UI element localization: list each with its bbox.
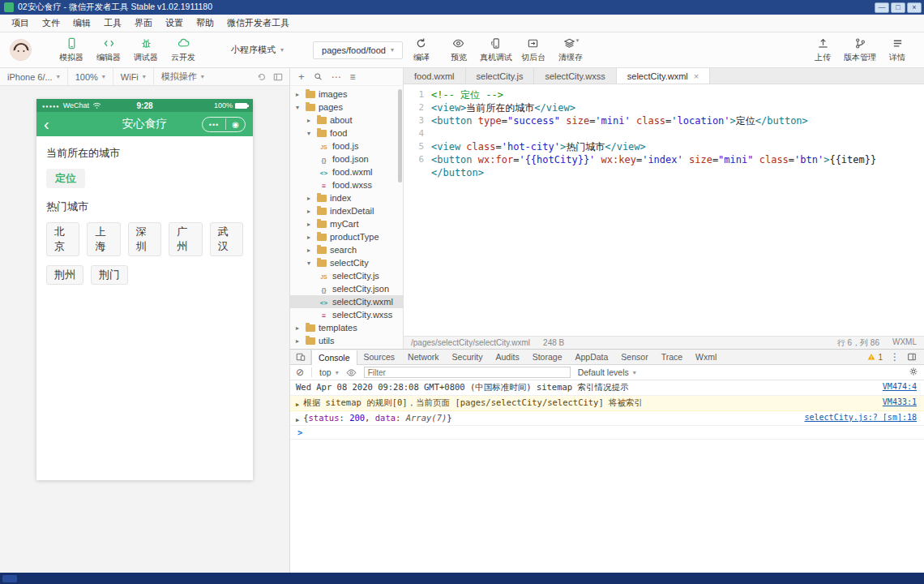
tab-food-wxml[interactable]: food.wxml [404, 68, 466, 84]
debugger-nav-button[interactable]: 调试器 [127, 37, 165, 63]
collapse-tree-icon[interactable] [350, 71, 356, 83]
menu-view[interactable]: 界面 [128, 15, 159, 32]
devtools-tab-security[interactable]: Security [446, 350, 490, 364]
start-button[interactable] [2, 575, 17, 582]
close-button[interactable] [907, 2, 922, 13]
city-button[interactable]: 荆州 [46, 265, 83, 285]
city-button[interactable]: 武汉 [210, 222, 243, 256]
source-link[interactable]: VM474:4 [883, 382, 917, 391]
device-select[interactable]: iPhone 6/... [0, 68, 68, 85]
tree-scrollbar[interactable] [398, 89, 402, 182]
tree-item[interactable]: selectCity.json [290, 282, 403, 295]
search-icon[interactable] [314, 72, 323, 81]
editor-nav-button[interactable]: 编辑器 [90, 37, 127, 63]
menu-tools[interactable]: 工具 [97, 15, 128, 32]
log-levels-select[interactable]: Default levels [578, 367, 636, 377]
devtools-tab-sources[interactable]: Sources [357, 350, 402, 364]
city-button[interactable]: 上海 [87, 222, 120, 256]
city-button[interactable]: 深圳 [128, 222, 161, 256]
city-button[interactable]: 北京 [46, 222, 79, 256]
devtools-menu-icon[interactable] [890, 351, 900, 363]
tab-selectcity-wxml[interactable]: selectCity.wxml [617, 68, 710, 84]
menu-settings[interactable]: 设置 [159, 15, 190, 32]
clear-cache-button[interactable]: 清缓存 [552, 37, 589, 63]
source-link[interactable]: selectCity.js:? [sm]:18 [805, 413, 917, 422]
maximize-button[interactable] [891, 2, 905, 13]
tree-item[interactable]: templates [290, 321, 403, 334]
menu-edit[interactable]: 编辑 [66, 15, 97, 32]
simulate-operations-select[interactable]: 模拟操作 [154, 68, 212, 85]
switch-background-button[interactable]: 切后台 [515, 37, 552, 63]
remote-debug-button[interactable]: 真机调试 [477, 37, 515, 63]
code-editor[interactable]: 1 2 3 4 5 6 <!-- 定位 --> <view>当前所在的城市</v… [404, 84, 924, 336]
source-link[interactable]: VM433:1 [883, 397, 917, 406]
upload-button[interactable]: 上传 [804, 37, 841, 63]
menu-file[interactable]: 文件 [36, 15, 66, 32]
devtools-tab-appdata[interactable]: AppData [568, 350, 614, 364]
devtools-tab-sensor[interactable]: Sensor [614, 350, 654, 364]
tree-item[interactable]: pages [290, 101, 403, 114]
devtools-tab-wxml[interactable]: Wxml [689, 350, 723, 364]
zoom-select[interactable]: 100% [68, 68, 113, 85]
tree-item[interactable]: utils [290, 334, 403, 347]
tree-item[interactable]: selectCity.wxss [290, 308, 403, 321]
devtools-tab-storage[interactable]: Storage [526, 350, 569, 364]
compile-condition-select[interactable]: pages/food/food [313, 41, 403, 59]
network-select[interactable]: WiFi [113, 68, 154, 85]
tree-item[interactable]: food.json [290, 152, 403, 165]
devtools-tab-trace[interactable]: Trace [655, 350, 689, 364]
language-mode[interactable]: WXML [892, 337, 917, 349]
tree-item[interactable]: search [290, 243, 403, 256]
live-expression-eye-icon[interactable] [346, 367, 357, 378]
tree-item[interactable]: indexDetail [290, 204, 403, 217]
device-toolbar-toggle-icon[interactable] [290, 350, 311, 364]
cloud-dev-nav-button[interactable]: 云开发 [165, 37, 202, 63]
city-button[interactable]: 荆门 [91, 265, 128, 285]
tree-item-selected[interactable]: selectCity.wxml [290, 295, 403, 308]
tree-item[interactable]: food [290, 127, 403, 140]
menu-project[interactable]: 项目 [5, 15, 36, 32]
warning-count-badge[interactable]: 1 [867, 353, 883, 362]
console-context-select[interactable]: top [319, 367, 339, 377]
tree-item[interactable]: food.js [290, 140, 403, 152]
tree-item[interactable]: food.wxml [290, 165, 403, 178]
simulator-nav-button[interactable]: 模拟器 [53, 37, 90, 63]
tab-selectcity-js[interactable]: selectCity.js [466, 68, 535, 84]
tab-selectcity-wxss[interactable]: selectCity.wxss [534, 68, 616, 84]
tree-item[interactable]: food.wxss [290, 178, 403, 191]
console-object-row[interactable]: {status: 200, data: Array(7)} selectCity… [290, 411, 924, 426]
more-menu-icon[interactable] [203, 118, 226, 130]
preview-button[interactable]: 预览 [440, 37, 477, 63]
os-taskbar[interactable] [0, 573, 924, 584]
tree-item[interactable]: images [290, 88, 403, 101]
dock-side-icon[interactable] [907, 352, 917, 362]
user-avatar[interactable] [10, 39, 32, 61]
devtools-tab-console[interactable]: Console [311, 350, 357, 365]
minimize-button[interactable] [875, 2, 889, 13]
console-filter-input[interactable] [364, 367, 571, 378]
close-tab-icon[interactable] [694, 71, 699, 81]
locate-button[interactable]: 定位 [46, 169, 85, 188]
tree-item[interactable]: selectCity.js [290, 269, 403, 282]
city-button[interactable]: 广州 [169, 222, 202, 256]
tree-item[interactable]: productType [290, 230, 403, 243]
menu-help[interactable]: 帮助 [190, 15, 220, 32]
capsule-close-icon[interactable] [226, 118, 245, 130]
tree-item[interactable]: selectCity [290, 256, 403, 269]
tree-item[interactable]: about [290, 114, 403, 127]
mode-select[interactable]: 小程序模式 [223, 41, 292, 59]
version-manage-button[interactable]: 版本管理 [841, 37, 879, 63]
tree-item[interactable]: myCart [290, 217, 403, 230]
rotate-device-icon[interactable] [257, 72, 267, 82]
console-settings-gear-icon[interactable] [909, 367, 918, 378]
clear-console-icon[interactable] [296, 367, 304, 378]
console-log-row[interactable]: Wed Apr 08 2020 09:28:08 GMT+0800 (中国标准时… [290, 380, 924, 396]
console-prompt[interactable] [290, 426, 924, 440]
new-file-icon[interactable] [298, 71, 305, 83]
tree-item[interactable]: index [290, 191, 403, 204]
compile-button[interactable]: 编译 [403, 37, 440, 63]
console-warning-row[interactable]: 根据 sitemap 的规则[0]，当前页面 [pages/selectCity… [290, 396, 924, 411]
more-options-icon[interactable] [332, 71, 341, 83]
menu-devtools[interactable]: 微信开发者工具 [220, 15, 296, 32]
details-button[interactable]: 详情 [879, 37, 916, 63]
